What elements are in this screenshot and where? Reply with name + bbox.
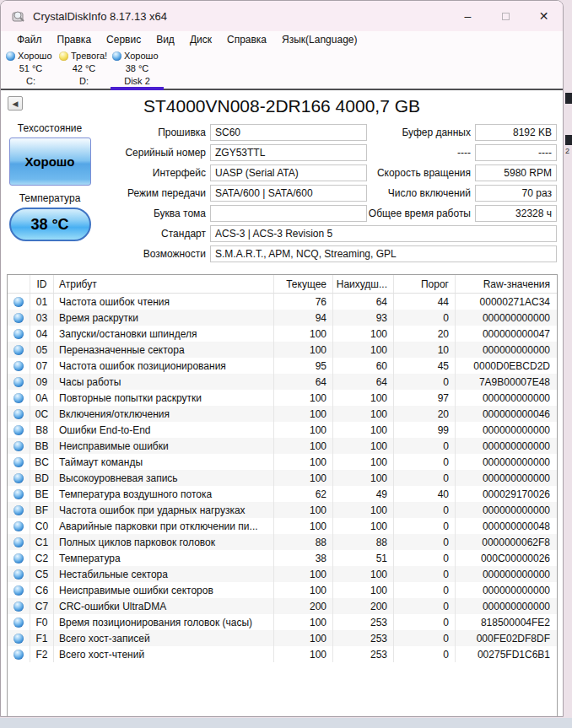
disk-tab-disk2[interactable]: Хорошо 38 °C Disk 2 [111, 48, 164, 89]
health-good-icon [112, 51, 121, 61]
row-raw: 000000000000 [455, 438, 557, 454]
table-row[interactable]: BF Частота ошибок при ударных нагрузках … [8, 502, 557, 518]
temperature-button[interactable]: 38 °C [9, 208, 91, 241]
drive-info-section: Техсостояние Хорошо Температура 38 °C Пр… [1, 121, 563, 271]
attribute-status-icon [13, 489, 24, 499]
table-row[interactable]: B8 Ошибки End-to-End 100 100 99 00000000… [8, 422, 557, 438]
row-id: C5 [30, 566, 53, 582]
attribute-status-icon [13, 569, 24, 580]
row-current: 100 [273, 614, 332, 630]
window-controls: – ✕ [449, 1, 563, 31]
row-threshold: 45 [393, 358, 455, 374]
menu-item-edit[interactable]: Правка [50, 34, 100, 46]
row-threshold: 97 [393, 390, 455, 406]
row-current: 100 [273, 406, 332, 422]
menu-item-language[interactable]: Язык(Language) [274, 34, 364, 46]
menu-item-help[interactable]: Справка [219, 34, 274, 46]
field-label-power-on-hours: Общее время работы [367, 208, 475, 219]
menu-item-service[interactable]: Сервис [99, 34, 148, 46]
field-label-features: Возможности [102, 248, 210, 260]
row-threshold: 0 [393, 518, 455, 534]
table-row[interactable]: F0 Время позиционирования головок (часы)… [8, 614, 557, 630]
table-row[interactable]: BE Температура воздушного потока 62 49 4… [8, 486, 557, 502]
attribute-status-icon [13, 650, 24, 660]
close-button[interactable]: ✕ [525, 1, 563, 31]
disk-tabstrip: Хорошо 51 °C C: Тревога! 42 °C D: Хорошо… [1, 48, 563, 90]
field-label-standard: Стандарт [102, 228, 210, 240]
row-raw: 000000000000 [455, 454, 557, 470]
previous-disk-button[interactable]: ◀ [8, 96, 23, 111]
row-raw: 000000000000 [455, 310, 557, 326]
app-icon [11, 8, 26, 24]
table-row[interactable]: 09 Часы работы 64 64 0 7A9B00007E48 [8, 374, 557, 390]
attribute-status-icon [13, 457, 24, 467]
column-header-status [8, 275, 30, 293]
table-row[interactable]: BC Таймаут команды 100 100 0 00000000000… [8, 454, 557, 470]
table-row[interactable]: F2 Всего хост-чтений 100 253 0 00275FD1C… [8, 646, 557, 662]
column-header-worst[interactable]: Наихудш... [332, 275, 393, 293]
menu-item-file[interactable]: Файл [9, 34, 50, 46]
table-row[interactable]: 0C Включения/отключения 100 100 20 00000… [8, 406, 557, 422]
row-worst: 100 [332, 566, 393, 582]
table-row[interactable]: F1 Всего хост-записей 100 253 0 000FE02D… [8, 630, 557, 646]
table-row[interactable]: 01 Частота ошибок чтения 76 64 44 000002… [8, 294, 557, 310]
maximize-button[interactable] [487, 1, 525, 31]
row-raw: 000000000000 [455, 470, 557, 486]
table-row[interactable]: 05 Переназначенные сектора 100 100 10 00… [8, 342, 557, 358]
table-row[interactable]: C7 CRC-ошибки UltraDMA 200 200 0 0000000… [8, 598, 557, 614]
field-label-buffer: Буфер данных [367, 127, 475, 138]
field-label-transfer-mode: Режим передачи [102, 187, 210, 199]
row-current: 64 [273, 374, 332, 390]
field-label-power-on-count: Число включений [367, 187, 475, 199]
table-row[interactable]: 0A Повторные попытки раскрутки 100 100 9… [8, 390, 557, 406]
table-row[interactable]: C1 Полных циклов парковок головок 88 88 … [8, 534, 557, 550]
field-label-rotation: Скорость вращения [367, 167, 475, 179]
row-threshold: 0 [393, 534, 455, 550]
table-row[interactable]: BD Высокоуровневая запись 100 100 0 0000… [8, 470, 557, 486]
row-raw: 000000000000 [455, 422, 557, 438]
row-attribute: Аварийные парковки при отключении пи... [53, 518, 273, 534]
column-header-attribute[interactable]: Атрибут [53, 275, 273, 293]
table-row[interactable]: C5 Нестабильные сектора 100 100 0 000000… [8, 566, 557, 582]
row-worst: 200 [332, 598, 393, 614]
minimize-button[interactable]: – [449, 1, 487, 31]
column-header-raw[interactable]: Raw-значения [455, 275, 557, 293]
row-threshold: 0 [393, 582, 455, 598]
attribute-status-icon [13, 409, 24, 419]
table-row[interactable]: 07 Частота ошибок позиционирования 95 60… [8, 358, 557, 374]
column-header-threshold[interactable]: Порог [393, 275, 455, 293]
health-warning-icon [59, 51, 68, 61]
row-worst: 253 [332, 646, 393, 662]
menu-item-disk[interactable]: Диск [182, 34, 219, 46]
column-header-current[interactable]: Текущее [273, 275, 332, 293]
tab-name-label: C: [4, 75, 57, 88]
field-value-power-on-count: 70 раз [475, 185, 557, 202]
table-row[interactable]: 03 Время раскрутки 94 93 0 000000000000 [8, 310, 557, 326]
crystaldiskinfo-window: CrystalDiskInfo 8.17.13 x64 – ✕ Файл Пра… [0, 0, 564, 717]
row-id: C1 [30, 534, 53, 550]
background-window-sliver-text: 2 [565, 147, 569, 155]
table-row[interactable]: C0 Аварийные парковки при отключении пи.… [8, 518, 557, 534]
field-label-interface: Интерфейс [102, 167, 210, 179]
row-worst: 49 [332, 486, 393, 502]
table-row[interactable]: C2 Температура 38 51 0 000C00000026 [8, 550, 557, 566]
menu-item-view[interactable]: Вид [148, 34, 182, 46]
window-title: CrystalDiskInfo 8.17.13 x64 [33, 10, 167, 23]
table-row[interactable]: C6 Неисправимые ошибки секторов 100 100 … [8, 582, 557, 598]
health-status-button[interactable]: Хорошо [9, 138, 91, 186]
column-header-id[interactable]: ID [30, 275, 53, 293]
row-current: 94 [273, 310, 332, 326]
table-row[interactable]: BB Неисправимые ошибки 100 100 0 0000000… [8, 438, 557, 454]
row-threshold: 0 [393, 438, 455, 454]
field-value-buffer: 8192 KB [475, 124, 557, 141]
field-value-transfer-mode: SATA/600 | SATA/600 [210, 185, 367, 202]
disk-tab-c[interactable]: Хорошо 51 °C C: [4, 48, 57, 89]
attribute-status-icon [13, 473, 24, 483]
field-value-standard: ACS-3 | ACS-3 Revision 5 [210, 225, 557, 242]
table-row[interactable]: 04 Запуски/остановки шпинделя 100 100 20… [8, 326, 557, 342]
row-raw: 000000000046 [455, 406, 557, 422]
field-label-firmware: Прошивка [102, 127, 210, 138]
row-threshold: 0 [393, 502, 455, 518]
tab-temperature-label: 38 °C [111, 62, 164, 75]
disk-tab-d[interactable]: Тревога! 42 °C D: [57, 48, 111, 89]
